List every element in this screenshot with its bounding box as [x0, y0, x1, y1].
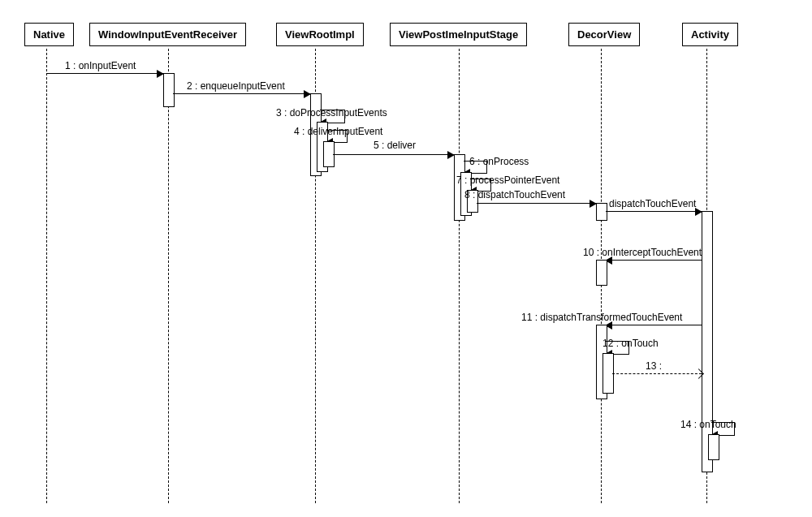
msg-7-label: 7 : processPointerEvent [456, 174, 559, 186]
participant-wier: WindowInputEventReceiver [89, 23, 246, 46]
participant-activity: Activity [682, 23, 738, 46]
msg-5-label: 5 : deliver [374, 140, 416, 151]
lifeline-viewpostime [459, 49, 460, 503]
sequence-diagram: Native WindowInputEventReceiver ViewRoot… [16, 16, 796, 503]
lifeline-native [46, 49, 47, 503]
msg-14-label: 14 : onTouch [680, 419, 736, 430]
activation-dv-2 [596, 260, 607, 286]
msg-13 [612, 373, 702, 374]
participant-viewpostime: ViewPostImeInputStage [390, 23, 527, 46]
msg-10 [606, 260, 702, 261]
msg-13-label: 13 : [646, 360, 662, 372]
msg-2 [173, 93, 310, 94]
msg-12-label: 12 : onTouch [603, 338, 659, 349]
participant-native: Native [24, 23, 74, 46]
msg-10-label: 10 : onInterceptTouchEvent [583, 247, 702, 258]
msg-5 [333, 154, 454, 155]
lifeline-wier [168, 49, 169, 503]
msg-3-label: 3 : doProcessInputEvents [276, 107, 387, 118]
msg-1-label: 1 : onInputEvent [65, 60, 136, 71]
participant-viewrootimpl: ViewRootImpl [276, 23, 364, 46]
participant-decorview: DecorView [568, 23, 640, 46]
msg-6-label: 6 : onProcess [469, 156, 529, 167]
msg-11-label: 11 : dispatchTransformedTouchEvent [521, 312, 682, 323]
activation-dv-1 [596, 203, 607, 221]
msg-4-label: 4 : deliverInputEvent [294, 126, 382, 137]
msg-2-label: 2 : enqueueInputEvent [187, 80, 285, 92]
activation-wier [163, 73, 175, 107]
activation-activity-2 [708, 434, 719, 460]
msg-8-label: 8 : dispatchTouchEvent [464, 189, 565, 200]
msg-9 [606, 211, 702, 212]
msg-11 [606, 325, 702, 325]
msg-8 [477, 203, 596, 204]
msg-1 [46, 73, 163, 74]
msg-9-label: dispatchTouchEvent [609, 198, 696, 209]
